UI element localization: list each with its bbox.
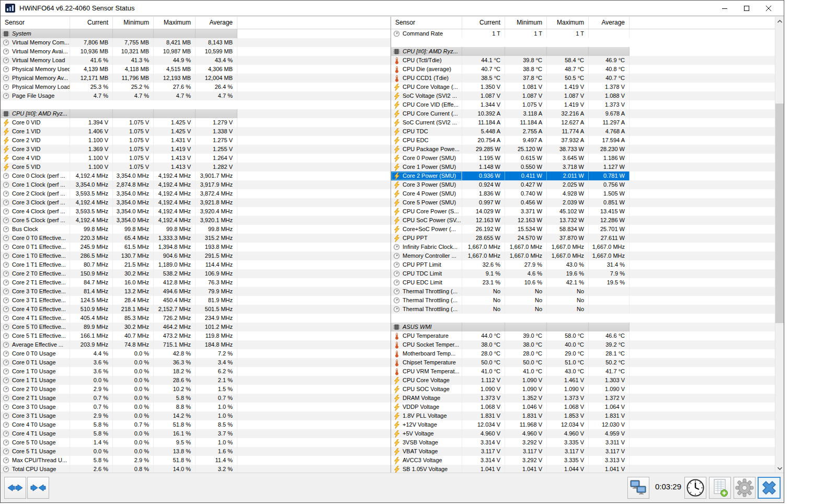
sensor-row[interactable]: Core 5 T0 Effective...89.9 MHz30.2 MHz46…: [1, 323, 391, 331]
sensor-row[interactable]: 3VSB Voltage3.314 V3.292 V3.335 V3.311 V: [391, 438, 784, 447]
sensor-row[interactable]: CPU Core Voltage1.112 V1.090 V1.461 V1.3…: [391, 376, 784, 385]
maximize-button[interactable]: [736, 1, 758, 16]
sensor-row[interactable]: Core 4 T1 Effective...405.4 MHz85.3 MHz7…: [1, 314, 391, 323]
sensor-row[interactable]: Average Effective ...203.9 MHz74.8 MHz71…: [1, 340, 391, 349]
column-header-maximum[interactable]: Maximum: [154, 17, 196, 29]
sensor-row[interactable]: Core 0 Clock (perf ...4,192.4 MHz3,354.0…: [1, 171, 391, 180]
sensor-row[interactable]: Core 0 T1 Usage3.6 %0.0 %36.3 %3.4 %: [1, 358, 391, 367]
sensor-row[interactable]: Core 0 VID1.394 V1.075 V1.425 V1.279 V: [1, 118, 391, 127]
sensor-row[interactable]: Physical Memory Av...12,171 MB11,796 MB1…: [1, 74, 391, 83]
sensor-row[interactable]: Core 2 T1 Usage0.7 %0.0 %5.8 %0.7 %: [1, 394, 391, 403]
sensor-row[interactable]: +5V Voltage4.960 V4.960 V4.960 V4.959 V: [391, 429, 784, 438]
collapse-columns-button[interactable]: [27, 477, 49, 499]
sensor-row[interactable]: Core 3 T1 Usage2.9 %0.0 %14.2 %1.0 %: [1, 411, 391, 420]
logging-button[interactable]: [709, 477, 731, 499]
sensor-row[interactable]: Core 5 Power (SMU)0.997 W0.456 W2.039 W0…: [391, 198, 784, 207]
sensor-row[interactable]: CPU CCD1 (Tdie)38.5 °C37.8 °C50.5 °C40.7…: [391, 74, 784, 83]
sensor-row[interactable]: Infinity Fabric Clock...1,667.0 MHz1,667…: [391, 243, 784, 251]
section-row[interactable]: ASUS WMI: [391, 323, 784, 331]
sensor-row[interactable]: CPU TDC5.448 A2.755 A11.774 A4.768 A: [391, 127, 784, 136]
sensor-row[interactable]: CPU EDC20.754 A9.497 A37.932 A17.594 A: [391, 136, 784, 145]
network-monitors-button[interactable]: [627, 477, 649, 499]
sensor-row[interactable]: Core 4 T1 Usage5.8 %0.0 %16.1 %3.7 %: [1, 429, 391, 438]
sensor-row[interactable]: Core 2 Power (SMU)0.936 W0.411 W2.011 W0…: [391, 171, 784, 180]
sensor-row[interactable]: AVCC3 Voltage3.314 V3.292 V3.335 V3.313 …: [391, 456, 784, 465]
vertical-scrollbar[interactable]: [775, 17, 784, 473]
sensor-row[interactable]: Physical Memory Load25.3 %25.2 %27.6 %26…: [1, 83, 391, 91]
sensor-row[interactable]: Thermal Throttling (...NoNoNo: [391, 305, 784, 314]
column-header-maximum[interactable]: Maximum: [547, 17, 589, 29]
sensor-row[interactable]: CPU Temperature44.0 °C39.0 °C58.0 °C46.6…: [391, 331, 784, 340]
sensor-row[interactable]: Core 3 VID1.369 V1.075 V1.419 V1.255 V: [1, 145, 391, 154]
sensor-row[interactable]: SB 1.05V Voltage1.041 V1.041 V1.044 V1.0…: [391, 465, 784, 473]
sensor-row[interactable]: DRAM Voltage1.373 V1.352 V1.373 V1.372 V: [391, 394, 784, 403]
sensor-row[interactable]: Core 1 T1 Effective...80.7 MHz21.5 MHz1,…: [1, 260, 391, 269]
sensor-row[interactable]: SoC Voltage (SVI2 ...1.087 V1.087 V1.087…: [391, 91, 784, 100]
sensor-row[interactable]: Core 0 Power (SMU)1.195 W0.615 W3.645 W1…: [391, 154, 784, 163]
column-header-average[interactable]: Average: [589, 17, 630, 29]
sensor-row[interactable]: Core 5 T0 Usage1.4 %0.0 %9.5 %1.0 %: [1, 438, 391, 447]
close-button[interactable]: [758, 1, 780, 16]
sensor-row[interactable]: Virtual Memory Com...7,806 MB7,755 MB8,4…: [1, 38, 391, 47]
titlebar[interactable]: HWiNFO64 v6.22-4060 Sensor Status: [1, 1, 784, 16]
sensor-row[interactable]: Total CPU Usage2.6 %0.8 %14.0 %3.2 %: [1, 465, 391, 473]
column-header-minimum[interactable]: Minimum: [113, 17, 154, 29]
sensor-row[interactable]: Core 2 T0 Effective...150.9 MHz30.2 MHz5…: [1, 269, 391, 278]
sensor-row[interactable]: Memory Controller ...1,667.0 MHz1,667.0 …: [391, 251, 784, 260]
column-header-sensor[interactable]: Sensor: [1, 17, 70, 29]
sensor-row[interactable]: Core 4 T0 Effective...510.9 MHz218.1 MHz…: [1, 305, 391, 314]
sensor-row[interactable]: Core 1 Power (SMU)1.148 W0.550 W3.718 W1…: [391, 163, 784, 171]
sensor-row[interactable]: Core 1 Clock (perf ...3,354.0 MHz2,874.8…: [1, 180, 391, 189]
sensor-row[interactable]: Core 4 Clock (perf ...3,593.5 MHz3,354.0…: [1, 207, 391, 216]
sensor-row[interactable]: Thermal Throttling (...NoNoNo: [391, 296, 784, 305]
sensor-row[interactable]: Core 0 T1 Effective...245.9 MHz61.5 MHz1…: [1, 243, 391, 251]
sensor-row[interactable]: Core 2 VID1.100 V1.075 V1.431 V1.275 V: [1, 136, 391, 145]
sensor-row[interactable]: VDDP Voltage1.068 V1.046 V1.068 V1.064 V: [391, 403, 784, 411]
sensor-row[interactable]: Chipset Temperature50.0 °C50.0 °C51.0 °C…: [391, 358, 784, 367]
sensor-row[interactable]: CPU Core Power (S...14.029 W3.371 W45.10…: [391, 207, 784, 216]
sensor-row[interactable]: +12V Voltage12.034 V11.968 V12.034 V12.0…: [391, 420, 784, 429]
section-row[interactable]: CPU [#0]: AMD Ryz...: [1, 109, 391, 118]
section-row[interactable]: CPU [#0]: AMD Ryz...: [391, 47, 784, 56]
sensor-row[interactable]: Core 3 T1 Effective...124.5 MHz28.4 MHz4…: [1, 296, 391, 305]
sensor-row[interactable]: Bus Clock99.8 MHz99.8 MHz99.8 MHz99.8 MH…: [1, 225, 391, 234]
sensor-row[interactable]: Core 5 T1 Effective...166.1 MHz40.7 MHz4…: [1, 331, 391, 340]
sensor-row[interactable]: CPU SOC Voltage1.090 V1.090 V1.090 V1.09…: [391, 385, 784, 394]
sensor-row[interactable]: Thermal Throttling (...NoNoNo: [391, 287, 784, 296]
sensor-row[interactable]: Virtual Memory Avai...10,936 MB10,321 MB…: [1, 47, 391, 56]
settings-button[interactable]: [734, 477, 756, 499]
sensor-row[interactable]: CPU Die (average)40.7 °C38.8 °C48.7 °C40…: [391, 65, 784, 74]
sensor-row[interactable]: CPU PPT Limit32.6 %27.9 %43.0 %31.4 %: [391, 260, 784, 269]
column-header-current[interactable]: Current: [462, 17, 505, 29]
sensor-row[interactable]: Core 1 T0 Usage3.6 %0.0 %18.2 %6.2 %: [1, 367, 391, 376]
sensor-row[interactable]: Core 5 VID1.100 V1.075 V1.413 V1.282 V: [1, 163, 391, 171]
sensor-row[interactable]: CPU Core VID (Effe...1.344 V1.075 V1.419…: [391, 100, 784, 109]
sensor-row[interactable]: Core 2 T1 Effective...84.7 MHz16.0 MHz41…: [1, 278, 391, 287]
sensor-row[interactable]: Core 5 Clock (perf ...4,192.4 MHz3,354.0…: [1, 216, 391, 225]
sensor-row[interactable]: Core 3 Power (SMU)0.924 W0.427 W2.025 W0…: [391, 180, 784, 189]
sensor-row[interactable]: CPU EDC Limit23.1 %10.6 %42.1 %19.5 %: [391, 278, 784, 287]
sensor-row[interactable]: CPU SoC Power (SV...12.163 W12.163 W13.7…: [391, 216, 784, 225]
sensor-row[interactable]: CPU Core Voltage (...1.350 V1.081 V1.419…: [391, 83, 784, 91]
sensor-row[interactable]: 1.8V PLL Voltage1.831 V1.831 V1.853 V1.8…: [391, 411, 784, 420]
expand-columns-button[interactable]: [4, 477, 26, 499]
sensor-row[interactable]: Core 0 T0 Effective...220.3 MHz65.4 MHz1…: [1, 234, 391, 243]
close-sensors-button[interactable]: [758, 477, 781, 499]
section-row[interactable]: System: [1, 29, 391, 38]
sensor-row[interactable]: Core 1 T1 Usage0.0 %0.0 %28.6 %2.1 %: [1, 376, 391, 385]
scrollbar-up-button[interactable]: [775, 17, 784, 26]
reset-clock-button[interactable]: [684, 477, 706, 499]
sensor-row[interactable]: CPU Package Powe...29.285 W25.120 W38.73…: [391, 145, 784, 154]
sensor-row[interactable]: SoC Current (SVI2 ...11.184 A11.184 A12.…: [391, 118, 784, 127]
sensor-row[interactable]: Core 4 T0 Usage5.8 %0.7 %51.8 %8.5 %: [1, 420, 391, 429]
sensor-row[interactable]: CPU VRM Temperat...41.0 °C41.0 °C43.0 °C…: [391, 367, 784, 376]
sensor-row[interactable]: Page File Usage4.7 %4.7 %4.7 %4.7 %: [1, 91, 391, 100]
sensor-row[interactable]: Core 3 T0 Usage0.7 %0.0 %8.8 %1.0 %: [1, 403, 391, 411]
sensor-row[interactable]: Core 3 Clock (perf ...4,192.4 MHz3,354.0…: [1, 198, 391, 207]
sensor-row[interactable]: Core+SoC Power (...26.192 W15.534 W58.83…: [391, 225, 784, 234]
sensor-row[interactable]: Core 4 VID1.100 V1.075 V1.413 V1.264 V: [1, 154, 391, 163]
column-header-sensor[interactable]: Sensor: [391, 17, 462, 29]
sensor-row[interactable]: Core 4 Power (SMU)1.836 W0.740 W4.928 W1…: [391, 189, 784, 198]
sensor-row[interactable]: Virtual Memory Load41.6 %41.3 %44.9 %43.…: [1, 56, 391, 65]
sensor-row[interactable]: CPU TDC Limit9.1 %4.6 %19.6 %7.9 %: [391, 269, 784, 278]
